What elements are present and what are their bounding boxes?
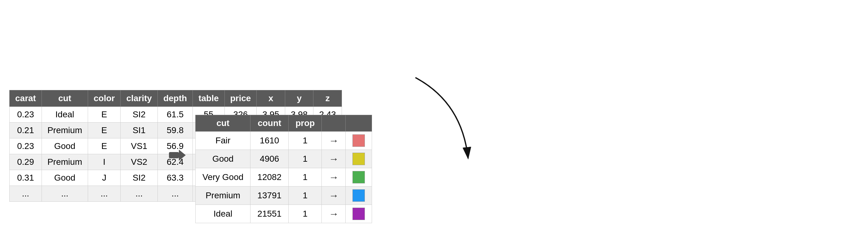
right-cell-cut-r2: Very Good: [196, 168, 250, 187]
left-cell-r2-c1: Good: [41, 138, 88, 154]
color-swatch-r4: [352, 207, 365, 220]
left-cell-r2-c0: 0.23: [10, 138, 42, 154]
left-cell-r4-c3: SI2: [121, 170, 158, 186]
right-cell-prop-r1: 1: [289, 150, 322, 168]
left-cell-r0-c3: SI2: [121, 107, 158, 122]
left-cell-r2-c2: E: [88, 138, 120, 154]
right-cell-count-r4: 21551: [250, 205, 289, 223]
right-cell-cut-r1: Good: [196, 150, 250, 168]
right-cell-color-r3: [346, 187, 372, 205]
left-cell-r4-c0: 0.31: [10, 170, 42, 186]
right-cell-color-r2: [346, 168, 372, 187]
right-cell-color-r0: [346, 132, 372, 150]
left-cell-r3-c2: I: [88, 154, 120, 170]
left-cell-r0-c2: E: [88, 107, 120, 122]
right-cell-cut-r4: Ideal: [196, 205, 250, 223]
right-col-header-color: [346, 115, 372, 132]
right-cell-cut-r3: Premium: [196, 187, 250, 205]
right-cell-count-r0: 1610: [250, 132, 289, 150]
right-cell-arrow-r3: →: [322, 187, 346, 205]
step4-the: [294, 73, 304, 86]
right-cell-prop-r0: 1: [289, 132, 322, 150]
left-cell-r5-c4: ...: [157, 186, 192, 202]
right-cell-count-r3: 13791: [250, 187, 289, 205]
left-col-header-table: table: [193, 90, 224, 107]
left-col-header-z: z: [313, 90, 342, 107]
step4-text: [294, 56, 304, 89]
right-cell-arrow-r0: →: [322, 132, 346, 150]
table-header-row: caratcutcolorclaritydepthtablepricexyz: [10, 90, 342, 107]
right-cell-count-r1: 4906: [250, 150, 289, 168]
right-cell-arrow-r2: →: [322, 168, 346, 187]
left-cell-r5-c2: ...: [88, 186, 120, 202]
left-col-header-depth: depth: [157, 90, 192, 107]
right-table-header-row: cutcountprop: [196, 115, 372, 132]
right-cell-color-r4: [346, 205, 372, 223]
right-cell-arrow-r4: →: [322, 205, 346, 223]
list-item: Premium137911→: [196, 187, 372, 205]
step3-line2: [294, 35, 304, 48]
right-col-header-cut: cut: [196, 115, 250, 132]
left-cell-r1-c4: 59.8: [157, 122, 192, 138]
color-swatch-r0: [352, 134, 365, 147]
right-cell-prop-r3: 1: [289, 187, 322, 205]
left-cell-r3-c3: VS2: [121, 154, 158, 170]
right-table-body: Fair16101→Good49061→Very Good120821→Prem…: [196, 132, 372, 223]
list-item: Very Good120821→: [196, 168, 372, 187]
right-col-header-arrow: [322, 115, 346, 132]
left-cell-r1-c2: E: [88, 122, 120, 138]
left-cell-r0-c4: 61.5: [157, 107, 192, 122]
right-col-header-prop: prop: [289, 115, 322, 132]
color-swatch-r1: [352, 153, 365, 165]
left-cell-r5-c0: ...: [10, 186, 42, 202]
left-col-header-clarity: clarity: [121, 90, 158, 107]
right-cell-count-r2: 12082: [250, 168, 289, 187]
left-cell-r4-c1: Good: [41, 170, 88, 186]
left-cell-r1-c3: SI1: [121, 122, 158, 138]
left-cell-r1-c1: Premium: [41, 122, 88, 138]
left-col-header-price: price: [224, 90, 257, 107]
left-cell-r5-c1: ...: [41, 186, 88, 202]
right-cell-color-r1: [346, 150, 372, 168]
left-cell-r3-c0: 0.29: [10, 154, 42, 170]
list-item: Good49061→: [196, 150, 372, 168]
left-cell-r1-c0: 0.21: [10, 122, 42, 138]
right-cell-prop-r2: 1: [289, 168, 322, 187]
right-data-table: cutcountprop Fair16101→Good49061→Very Go…: [195, 115, 372, 223]
step3-text: [294, 19, 304, 50]
left-cell-r0-c1: Ideal: [41, 107, 88, 122]
left-cell-r5-c3: ...: [121, 186, 158, 202]
left-col-header-x: x: [257, 90, 285, 107]
right-cell-arrow-r1: →: [322, 150, 346, 168]
left-cell-r4-c2: J: [88, 170, 120, 186]
list-item: Fair16101→: [196, 132, 372, 150]
stat-count-container: [169, 152, 179, 158]
color-swatch-r2: [352, 171, 365, 184]
right-data-table-container: cutcountprop Fair16101→Good49061→Very Go…: [195, 115, 372, 223]
stat-count-label: [169, 152, 179, 158]
left-cell-r0-c0: 0.23: [10, 107, 42, 122]
left-col-header-carat: carat: [10, 90, 42, 107]
left-col-header-cut: cut: [41, 90, 88, 107]
list-item: Ideal215511→: [196, 205, 372, 223]
left-col-header-color: color: [88, 90, 120, 107]
right-cell-prop-r4: 1: [289, 205, 322, 223]
left-cell-r2-c4: 56.9: [157, 138, 192, 154]
left-col-header-y: y: [285, 90, 313, 107]
left-cell-r3-c1: Premium: [41, 154, 88, 170]
instructions-panel: [294, 19, 304, 89]
color-swatch-r3: [352, 189, 365, 202]
right-col-header-count: count: [250, 115, 289, 132]
right-cell-cut-r0: Fair: [196, 132, 250, 150]
left-cell-r4-c4: 63.3: [157, 170, 192, 186]
left-cell-r2-c3: VS1: [121, 138, 158, 154]
